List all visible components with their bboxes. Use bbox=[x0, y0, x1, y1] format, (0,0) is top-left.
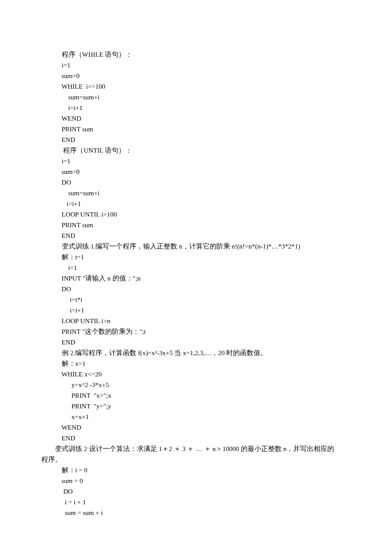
text-line: sum=sum+i bbox=[0, 188, 392, 198]
text-line: PRINT "y=";y bbox=[0, 401, 392, 411]
text-line: x=x+1 bbox=[0, 411, 392, 422]
text-line: i = i + 1 bbox=[0, 497, 392, 507]
text-line: sum=sum+i bbox=[0, 92, 392, 102]
text-line: WHILE x<=20 bbox=[0, 369, 392, 379]
text-line: sum=0 bbox=[0, 166, 392, 177]
text-line: WEND bbox=[0, 113, 392, 124]
text-line: t=t*i bbox=[0, 294, 392, 305]
text-line: DO bbox=[0, 177, 392, 188]
text-line: 解：x=1 bbox=[0, 358, 392, 369]
text-line: i=i+1 bbox=[0, 102, 392, 113]
text-line: 解：t=1 bbox=[0, 251, 392, 262]
text-line: y=x^2 -3*x+5 bbox=[0, 379, 392, 390]
text-line: DO bbox=[0, 486, 392, 497]
text-line: PRINT "x=";x bbox=[0, 390, 392, 401]
text-line: 解：i = 0 bbox=[0, 465, 392, 475]
text-line: END bbox=[0, 134, 392, 145]
text-line: 变式训练 2 设计一个算法：求满足 1＋2 ＋ 3 ＋ … ＋ n＞10000 … bbox=[0, 443, 392, 465]
text-line: i=1 bbox=[0, 60, 392, 70]
text-line: WHILE i<=100 bbox=[0, 81, 392, 92]
text-line: LOOP UNTIL i>100 bbox=[0, 209, 392, 220]
text-line: sum=0 bbox=[0, 70, 392, 81]
text-line: PRINT sum bbox=[0, 220, 392, 230]
text-line: PRINT sum bbox=[0, 124, 392, 134]
text-line: LOOP UNTIL i>n bbox=[0, 315, 392, 326]
text-line: sum = sum + i bbox=[0, 507, 392, 518]
text-line: 变式训练 1.编写一个程序，输入正整数 n，计算它的阶乘 n!(n!=n*(n-… bbox=[0, 241, 392, 251]
text-line: WEND bbox=[0, 422, 392, 433]
text-line: i=1 bbox=[0, 262, 392, 273]
text-line: 程序（WHILE 语句）： bbox=[0, 49, 392, 60]
text-line: i=i+1 bbox=[0, 198, 392, 209]
document-page: 程序（WHILE 语句）： i=1 sum=0 WHILE i<=100 sum… bbox=[0, 0, 392, 555]
text-line: i=i+1 bbox=[0, 305, 392, 315]
text-line: INPUT "请输入 n 的值：";n bbox=[0, 273, 392, 283]
text-line: PRINT "这个数的阶乘为：";t bbox=[0, 326, 392, 337]
text-line: END bbox=[0, 337, 392, 347]
text-line: END bbox=[0, 433, 392, 443]
text-line: END bbox=[0, 230, 392, 241]
text-line: sum = 0 bbox=[0, 475, 392, 486]
text-line: DO bbox=[0, 283, 392, 294]
text-line: 例 2.编写程序，计算函数 f(x)=x²-3x+5 当 x=1,2,3,…，2… bbox=[0, 347, 392, 358]
text-line: 程序（UNTIL 语句）： bbox=[0, 145, 392, 156]
text-line: i=1 bbox=[0, 156, 392, 166]
